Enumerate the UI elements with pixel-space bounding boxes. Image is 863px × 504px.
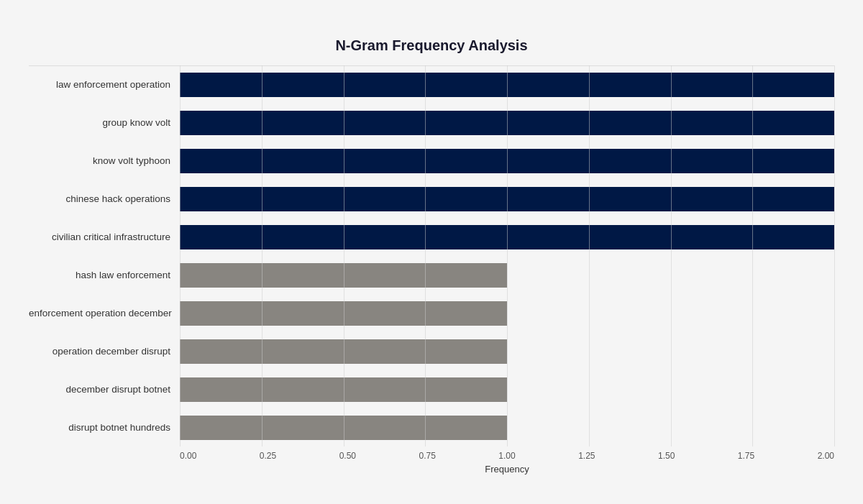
- bar-track: [180, 416, 834, 440]
- x-axis-title: Frequency: [29, 464, 834, 475]
- bar: [180, 339, 507, 364]
- x-tick-label: 1.00: [498, 451, 515, 461]
- bar: [180, 73, 834, 97]
- chart-row: law enforcement operation: [180, 66, 834, 104]
- bar-track: [180, 339, 834, 364]
- x-tick-label: 1.25: [578, 451, 595, 461]
- bar-track: [180, 263, 834, 288]
- row-label: disrupt botnet hundreds: [29, 422, 176, 433]
- row-label: know volt typhoon: [29, 155, 176, 166]
- bar: [180, 149, 834, 173]
- bar: [180, 111, 834, 135]
- row-label: law enforcement operation: [29, 79, 176, 90]
- row-label: chinese hack operations: [29, 193, 176, 204]
- bar: [180, 416, 507, 440]
- x-tick-label: 0.00: [180, 451, 196, 461]
- row-label: group know volt: [29, 117, 176, 128]
- x-tick-label: 1.50: [658, 451, 675, 461]
- chart-row: group know volt: [180, 104, 834, 142]
- bar-track: [180, 377, 834, 402]
- grid-area: law enforcement operationgroup know volt…: [29, 65, 834, 446]
- grid-line: [834, 65, 835, 446]
- bar: [180, 301, 507, 326]
- bar-track: [180, 111, 834, 135]
- bar-track: [180, 73, 834, 97]
- chart-title: N-Gram Frequency Analysis: [29, 37, 834, 54]
- row-label: enforcement operation december: [29, 308, 176, 319]
- chart-row: disrupt botnet hundreds: [180, 409, 834, 446]
- x-tick-label: 0.50: [339, 451, 356, 461]
- x-tick-label: 0.25: [260, 451, 276, 461]
- x-tick-label: 1.75: [738, 451, 754, 461]
- row-label: december disrupt botnet: [29, 384, 176, 395]
- chart-row: hash law enforcement: [180, 257, 834, 294]
- bar-track: [180, 187, 834, 211]
- bar: [180, 187, 834, 211]
- bar-track: [180, 149, 834, 173]
- bar-track: [180, 301, 834, 326]
- chart-row: know volt typhoon: [180, 142, 834, 180]
- bar-track: [180, 225, 834, 249]
- x-axis: 0.000.250.500.751.001.251.501.752.00: [29, 451, 834, 461]
- chart-row: enforcement operation december: [180, 295, 834, 332]
- chart-row: december disrupt botnet: [180, 371, 834, 408]
- bar: [180, 377, 507, 402]
- x-tick-label: 0.75: [419, 451, 435, 461]
- chart-container: N-Gram Frequency Analysis law enforcemen…: [14, 23, 849, 482]
- row-label: hash law enforcement: [29, 270, 176, 280]
- row-label: civilian critical infrastructure: [29, 232, 176, 242]
- chart-rows-wrapper: law enforcement operationgroup know volt…: [29, 65, 834, 446]
- bar: [180, 263, 507, 288]
- chart-row: civilian critical infrastructure: [180, 219, 834, 256]
- row-label: operation december disrupt: [29, 346, 176, 357]
- x-tick-label: 2.00: [818, 451, 834, 461]
- bar: [180, 225, 834, 249]
- chart-row: chinese hack operations: [180, 180, 834, 218]
- chart-row: operation december disrupt: [180, 333, 834, 370]
- x-axis-labels: 0.000.250.500.751.001.251.501.752.00: [180, 451, 834, 461]
